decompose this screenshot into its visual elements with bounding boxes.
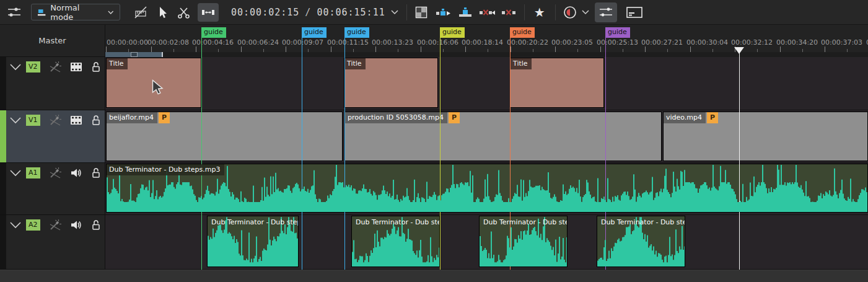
audio-mixer-button[interactable] <box>595 2 617 22</box>
title-clip[interactable]: Title <box>510 58 604 108</box>
ruler-timecode-label: 00:00:02:08 <box>147 38 189 46</box>
track-lock-slot <box>91 167 101 178</box>
guide-badge[interactable]: guide <box>201 27 226 38</box>
mute-track-icon[interactable] <box>70 220 82 230</box>
record-button[interactable] <box>562 4 578 20</box>
clip-label-row: video.mp4P <box>664 112 718 123</box>
track-lane-v1[interactable]: beijaflor.mp4Pproduction ID 5053058.mp4P… <box>105 110 868 163</box>
mouse-cursor <box>152 79 165 95</box>
track-badge-a1[interactable]: A1 <box>26 167 40 178</box>
track-video-toggle <box>70 115 82 125</box>
guide-badge[interactable]: guide <box>605 27 630 38</box>
collapse-track-icon[interactable] <box>9 221 22 229</box>
extract-zone-button[interactable] <box>478 4 496 21</box>
clip-label: Dub Terminator - Dub step <box>601 218 685 226</box>
mute-track-icon[interactable] <box>70 168 82 178</box>
track-header-a1[interactable]: A1 <box>0 163 105 215</box>
guide-line[interactable] <box>302 29 302 270</box>
overwrite-zone-button[interactable] <box>457 4 474 21</box>
hide-video-icon[interactable] <box>70 115 82 125</box>
record-icon <box>563 5 577 20</box>
ruler-timecode-label: 00:00:25:13 <box>597 38 638 46</box>
audio-clip[interactable]: Dub Terminator - Dub step <box>479 216 568 267</box>
lock-track-icon[interactable] <box>91 115 101 126</box>
hide-video-icon[interactable] <box>70 62 82 72</box>
proxy-badge: P <box>159 112 170 123</box>
track-effects-icon[interactable] <box>49 219 61 231</box>
collapse-track-icon[interactable] <box>9 169 22 177</box>
video-clip[interactable]: production ID 5053058.mp4P <box>344 112 662 161</box>
master-track-button[interactable]: Master <box>0 25 105 57</box>
guide-line[interactable] <box>201 29 202 270</box>
insert-zone-button[interactable] <box>435 4 452 21</box>
razor-tool-button[interactable] <box>176 4 192 20</box>
ruler-major-tick <box>196 46 196 52</box>
guide-line[interactable] <box>344 29 345 270</box>
zone-end-marker[interactable] <box>162 52 163 57</box>
collapse-track-icon[interactable] <box>9 116 22 125</box>
track-header-v1[interactable]: V1 <box>0 110 105 163</box>
chevron-down-icon[interactable] <box>390 9 399 15</box>
track-header-v2[interactable]: V2 <box>0 57 105 110</box>
selection-tool-button[interactable] <box>155 4 170 20</box>
track-badge-v1[interactable]: V1 <box>26 115 40 126</box>
adjust-sliders-icon <box>6 4 22 20</box>
project-duration-timecode: 00:06:15:11 <box>317 7 385 18</box>
toolbar-separator <box>524 4 525 20</box>
guide-line[interactable] <box>440 29 441 270</box>
audio-clip[interactable]: Dub Terminator - Dub step <box>351 216 440 267</box>
guide-badge[interactable]: guide <box>302 27 327 38</box>
zone-handle[interactable] <box>131 52 138 57</box>
timecode-display[interactable]: 00:00:02:15 / 00:06:15:11 <box>231 7 385 18</box>
playhead[interactable] <box>739 48 740 270</box>
mix-clips-button[interactable] <box>413 4 430 21</box>
chevron-down-icon[interactable] <box>581 9 590 15</box>
audio-clip[interactable]: Dub Terminator - Dub step <box>597 216 685 267</box>
track-header-controls: V2 <box>9 61 101 73</box>
track-lane-v2[interactable]: TitleTitleTitle <box>105 57 868 110</box>
guide-badge[interactable]: guide <box>344 27 369 38</box>
track-lane-a2[interactable]: Dub Terminator - Dub stepDub Terminator … <box>105 215 868 270</box>
lock-track-icon[interactable] <box>91 61 101 73</box>
track-effects-icon[interactable] <box>49 114 61 126</box>
extract-zone-icon <box>479 7 495 18</box>
subtitles-button[interactable] <box>625 4 644 21</box>
star-icon: ★ <box>534 6 545 19</box>
track-options-button[interactable] <box>5 3 24 22</box>
pointer-icon <box>156 6 169 19</box>
video-clip[interactable]: beijaflor.mp4P <box>106 112 343 161</box>
collapse-track-icon[interactable] <box>9 63 22 71</box>
timeline-zone-bar[interactable] <box>105 52 868 57</box>
ruler-major-tick <box>421 46 421 52</box>
ruler-timecode-label: 00:00:27:21 <box>641 38 683 46</box>
ruler-major-tick <box>106 46 107 52</box>
lift-zone-button[interactable] <box>500 4 517 21</box>
audio-clip[interactable]: Dub Terminator - Dub step <box>207 216 299 267</box>
ruler-timecode-label: 00:00:00:00 <box>107 38 148 46</box>
track-badge-v2[interactable]: V2 <box>26 61 40 73</box>
title-clip[interactable]: Title <box>344 58 438 108</box>
ruler-timecode-label: 00:00:18:14 <box>462 38 503 46</box>
insert-zone-icon <box>436 6 452 19</box>
video-clip[interactable]: video.mp4P <box>663 112 868 161</box>
lock-track-icon[interactable] <box>91 219 101 231</box>
track-lane-a1[interactable]: Dub Terminator - Dub steps.mp3 <box>105 163 868 215</box>
playhead-handle[interactable] <box>734 47 744 54</box>
audio-clip[interactable]: Dub Terminator - Dub steps.mp3 <box>106 164 868 213</box>
timecode-separator: / <box>305 7 311 18</box>
track-badge-a2[interactable]: A2 <box>26 219 40 231</box>
lock-track-icon[interactable] <box>91 167 101 178</box>
guide-badge[interactable]: guide <box>510 27 535 38</box>
ruler-major-tick <box>465 46 466 52</box>
track-header-a2[interactable]: A2 <box>0 215 105 270</box>
spacer-tool-button[interactable] <box>198 3 219 22</box>
ruler-timecode-label: 00:00:16:06 <box>417 38 458 46</box>
favorite-effects-button[interactable]: ★ <box>531 4 548 21</box>
edit-mode-dropdown[interactable]: Normal mode <box>31 4 120 20</box>
clip-label-row: production ID 5053058.mp4P <box>345 112 460 123</box>
track-effects-icon[interactable] <box>49 167 61 179</box>
ruler-mode-button[interactable] <box>133 4 149 20</box>
track-effects-icon[interactable] <box>49 61 61 73</box>
guide-badge[interactable]: guide <box>440 27 465 38</box>
horizontal-scrollbar[interactable] <box>0 270 868 282</box>
